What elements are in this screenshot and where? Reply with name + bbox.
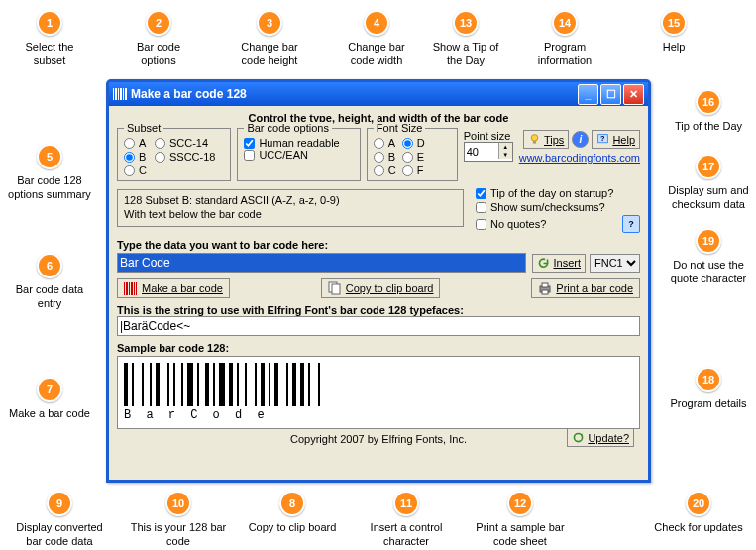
spin-down-icon[interactable]: ▼: [498, 151, 512, 159]
barcode-preview: B a r C o d e: [117, 356, 640, 429]
callout-11: 11: [393, 491, 419, 516]
help-button[interactable]: ?Help: [592, 130, 640, 149]
svg-rect-4: [123, 88, 124, 100]
callout-10: 10: [165, 491, 191, 516]
copy-button[interactable]: Copy to clip board: [321, 278, 441, 298]
callout-11-label: Insert a control character: [371, 521, 443, 547]
callout-18-label: Program details: [670, 397, 746, 409]
barcode-icon: [124, 282, 138, 295]
summary-line2: With text below the bar code: [124, 207, 457, 221]
callout-2: 2: [146, 10, 171, 36]
fontsize-c[interactable]: C: [374, 165, 396, 176]
no-quotes-check[interactable]: No quotes?: [476, 218, 546, 230]
app-window: Make a bar code 128 _ ☐ ✕ Control the ty…: [106, 79, 651, 483]
print-button[interactable]: Print a bar code: [531, 278, 640, 298]
pointsize-input[interactable]: ▲▼: [464, 142, 513, 162]
subset-group: Subset A B C SCC-14 SSCC-18: [117, 128, 231, 181]
fontsize-b[interactable]: B: [374, 151, 396, 163]
svg-text:?: ?: [600, 134, 605, 143]
update-button[interactable]: Update?: [567, 428, 634, 447]
insert-button[interactable]: Insert: [532, 254, 586, 273]
svg-point-6: [531, 135, 538, 142]
callout-15: 15: [661, 10, 687, 36]
callout-8: 8: [279, 491, 305, 516]
svg-rect-5: [125, 88, 127, 100]
callout-17-label: Display sum and checksum data: [668, 184, 748, 210]
fnc-select[interactable]: FNC1: [590, 254, 640, 273]
callout-7: 7: [37, 377, 62, 402]
make-barcode-button[interactable]: Make a bar code: [117, 278, 230, 298]
callout-19: 19: [696, 228, 721, 254]
svg-rect-14: [134, 282, 135, 295]
callout-13: 13: [453, 10, 479, 36]
callout-12: 12: [507, 491, 533, 516]
ucc-ean-check[interactable]: UCC/EAN: [244, 149, 353, 161]
close-button[interactable]: ✕: [623, 84, 644, 105]
callout-15-label: Help: [663, 41, 686, 53]
subset-c[interactable]: C: [124, 165, 147, 176]
subset-b[interactable]: B: [124, 151, 147, 163]
string-output[interactable]: [117, 316, 640, 336]
titlebar: Make a bar code 128 _ ☐ ✕: [109, 82, 648, 106]
subset-legend: Subset: [124, 122, 163, 134]
callout-7-label: Make a bar code: [9, 407, 90, 419]
summary-box: 128 Subset B: standard ASCII (A-Z, a-z, …: [117, 189, 464, 227]
svg-rect-11: [126, 282, 128, 295]
maximize-button[interactable]: ☐: [600, 84, 621, 105]
callout-6: 6: [37, 253, 62, 278]
data-entry-label: Type the data you want to bar code here:: [117, 239, 640, 251]
copy-icon: [328, 281, 342, 295]
sample-label: Sample bar code 128:: [117, 342, 640, 354]
callout-4: 4: [364, 10, 389, 36]
callout-17: 17: [696, 154, 721, 179]
barcode-app-icon: [113, 87, 127, 101]
spin-up-icon[interactable]: ▲: [498, 143, 512, 151]
subset-sscc18[interactable]: SSCC-18: [155, 151, 215, 163]
callout-6-label: Bar code data entry: [16, 283, 84, 309]
fontsize-e[interactable]: E: [402, 151, 425, 163]
data-input[interactable]: [117, 253, 526, 273]
tips-button[interactable]: Tips: [523, 130, 569, 149]
subset-a[interactable]: A: [124, 137, 147, 149]
help-icon: ?: [596, 133, 609, 146]
callout-10-label: This is your 128 bar code: [131, 521, 227, 547]
svg-rect-15: [136, 282, 137, 295]
tip-startup-check[interactable]: Tip of the day on startup?: [476, 187, 640, 199]
svg-rect-10: [124, 282, 125, 295]
svg-rect-0: [113, 88, 114, 100]
fontsize-a[interactable]: A: [374, 137, 396, 149]
svg-rect-20: [542, 290, 548, 294]
fontsize-d[interactable]: D: [402, 137, 425, 149]
print-icon: [538, 281, 552, 295]
insert-arrow-icon: [537, 257, 550, 270]
pointsize-label: Point size: [464, 130, 513, 142]
callout-4-label: Change bar code width: [348, 41, 405, 66]
callout-16: 16: [696, 89, 721, 115]
svg-rect-13: [131, 282, 133, 295]
whatsthis-button[interactable]: ?: [622, 215, 640, 233]
svg-rect-1: [115, 88, 117, 100]
minimize-button[interactable]: _: [578, 84, 598, 105]
website-link[interactable]: www.barcodingfonts.com: [519, 152, 640, 164]
svg-rect-12: [129, 282, 130, 295]
window-title: Make a bar code 128: [131, 87, 578, 101]
callout-5: 5: [37, 144, 62, 169]
barcode-bars: [124, 363, 633, 406]
fontsize-group: Font Size A B C D E F: [367, 128, 458, 181]
human-readable-check[interactable]: Human readable: [244, 137, 353, 149]
subset-scc14[interactable]: SCC-14: [155, 137, 215, 149]
callout-1-label: Select the subset: [26, 41, 74, 66]
show-sum-check[interactable]: Show sum/checksums?: [476, 201, 640, 213]
callout-20: 20: [686, 491, 711, 516]
fontsize-f[interactable]: F: [402, 165, 425, 176]
fontsize-legend: Font Size: [374, 122, 425, 134]
svg-rect-17: [332, 284, 340, 294]
callout-1: 1: [37, 10, 62, 36]
copyright: Copyright 2007 by Elfring Fonts, Inc.: [290, 433, 467, 445]
callout-8-label: Copy to clip board: [249, 521, 337, 533]
callout-14-label: Program information: [538, 41, 592, 66]
options-group: Bar code options Human readable UCC/EAN: [237, 128, 360, 181]
callout-12-label: Print a sample bar code sheet: [476, 521, 564, 547]
string-label: This is the string to use with Elfring F…: [117, 304, 640, 316]
info-button[interactable]: i: [572, 131, 589, 148]
